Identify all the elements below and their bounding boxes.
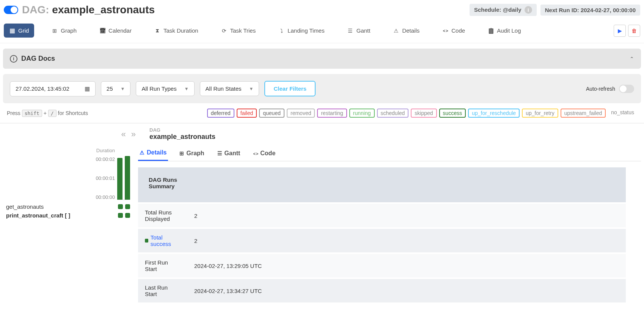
clear-filters-button[interactable]: Clear Filters bbox=[264, 81, 316, 96]
run-button[interactable]: ▶ bbox=[614, 25, 626, 37]
summary-row: First Run Start 2024-02-27, 13:29:05 UTC bbox=[138, 254, 626, 279]
dag-prefix: DAG: bbox=[22, 4, 49, 16]
detail-tab-gantt[interactable]: Gantt bbox=[216, 146, 242, 161]
summary-row: Last Run Start 2024-02-27, 13:34:27 UTC bbox=[138, 279, 626, 304]
tab-gantt[interactable]: Gantt bbox=[342, 24, 376, 38]
shortcuts-hint: Press shift + / for Shortcuts bbox=[7, 110, 88, 116]
grid-icon bbox=[9, 28, 15, 34]
run-types-select[interactable]: All Run Types ▼ bbox=[136, 81, 194, 96]
legend-deferred[interactable]: deferred bbox=[207, 109, 234, 118]
legend-up-for-retry[interactable]: up_for_retry bbox=[522, 109, 558, 118]
auto-refresh-label: Auto-refresh bbox=[586, 86, 615, 92]
summary-row: Total Runs Displayed 2 bbox=[138, 204, 626, 229]
duration-icon bbox=[154, 28, 160, 34]
next-run-badge: Next Run ID: 2024-02-27, 00:00:00 bbox=[540, 5, 640, 16]
landing-icon bbox=[278, 28, 284, 34]
dag-title: DAG: example_astronauts bbox=[22, 4, 155, 16]
tries-icon bbox=[221, 28, 227, 34]
run-bar-0[interactable] bbox=[117, 158, 123, 200]
breadcrumb-title: example_astronauts bbox=[149, 133, 641, 141]
gantt-icon bbox=[347, 28, 353, 34]
count-select[interactable]: 25 ▼ bbox=[101, 81, 131, 96]
status-legend: deferred failed queued removed restartin… bbox=[207, 109, 637, 118]
schedule-badge: Schedule: @daily i bbox=[470, 4, 537, 16]
chevron-down-icon: ▼ bbox=[120, 86, 125, 91]
dag-name: example_astronauts bbox=[52, 4, 155, 16]
gantt-icon bbox=[217, 150, 222, 157]
task-status-dot[interactable] bbox=[125, 213, 130, 218]
grid-panel: « » Duration 00:00:02 00:00:01 00:00:00 … bbox=[3, 127, 136, 304]
task-name: print_astronaut_craft [ ] bbox=[6, 212, 70, 219]
chevron-up-icon[interactable]: ⌃ bbox=[630, 56, 634, 62]
code-icon bbox=[253, 150, 258, 157]
y-axis: 00:00:02 00:00:01 00:00:00 bbox=[3, 156, 115, 200]
docs-title: DAG Docs bbox=[21, 55, 55, 63]
audit-icon bbox=[488, 28, 494, 34]
task-status-dot[interactable] bbox=[118, 204, 123, 209]
legend-failed[interactable]: failed bbox=[237, 109, 257, 118]
expand-right-icon[interactable]: » bbox=[131, 129, 136, 139]
dag-enable-toggle[interactable] bbox=[4, 6, 18, 14]
summary-table: DAG Runs Summary Total Runs Displayed 2 … bbox=[138, 167, 626, 304]
legend-queued[interactable]: queued bbox=[259, 109, 284, 118]
delete-button[interactable]: 🗑 bbox=[628, 25, 640, 37]
task-row[interactable]: print_astronaut_craft [ ] bbox=[3, 211, 136, 220]
shift-key: shift bbox=[22, 110, 42, 117]
calendar-picker-icon: ▦ bbox=[85, 85, 90, 92]
calendar-icon bbox=[99, 28, 105, 34]
total-success-link[interactable]: Total success bbox=[151, 234, 181, 247]
duration-label: Duration bbox=[3, 148, 130, 153]
detail-tab-graph[interactable]: Graph bbox=[178, 146, 206, 161]
info-circle-icon: i bbox=[10, 55, 17, 63]
run-bar-1[interactable] bbox=[125, 156, 130, 200]
tab-landing-times[interactable]: Landing Times bbox=[273, 24, 330, 38]
legend-skipped[interactable]: skipped bbox=[411, 109, 437, 118]
breadcrumb-label: DAG bbox=[149, 127, 641, 133]
auto-refresh-toggle[interactable] bbox=[619, 85, 634, 93]
legend-running[interactable]: running bbox=[349, 109, 375, 118]
tab-details[interactable]: Details bbox=[388, 24, 425, 38]
graph-icon bbox=[52, 28, 58, 34]
chevron-down-icon: ▼ bbox=[249, 86, 254, 91]
detail-tab-details[interactable]: Details bbox=[138, 146, 168, 161]
dag-docs-bar[interactable]: i DAG Docs ⌃ bbox=[3, 49, 641, 69]
task-name: get_astronauts bbox=[6, 203, 44, 210]
date-filter-input[interactable]: 27.02.2024, 13:45:02 ▦ bbox=[10, 81, 96, 96]
tab-audit-log[interactable]: Audit Log bbox=[482, 24, 526, 38]
slash-key: / bbox=[48, 110, 57, 117]
tab-calendar[interactable]: Calendar bbox=[94, 24, 137, 38]
legend-upstream-failed[interactable]: upstream_failed bbox=[561, 109, 606, 118]
summary-header: DAG Runs Summary bbox=[138, 167, 626, 204]
summary-row: Total success 2 bbox=[138, 229, 626, 254]
task-status-dot[interactable] bbox=[118, 213, 123, 218]
details-icon bbox=[393, 28, 399, 34]
tab-task-duration[interactable]: Task Duration bbox=[149, 24, 204, 38]
task-row[interactable]: get_astronauts bbox=[3, 202, 136, 211]
tab-grid[interactable]: Grid bbox=[4, 24, 34, 38]
code-icon bbox=[442, 28, 448, 34]
graph-icon bbox=[179, 150, 184, 157]
legend-up-for-reschedule[interactable]: up_for_reschedule bbox=[468, 109, 520, 118]
info-icon[interactable]: i bbox=[525, 6, 532, 14]
chevron-down-icon: ▼ bbox=[184, 86, 189, 91]
detail-tab-code[interactable]: Code bbox=[251, 146, 277, 161]
legend-restarting[interactable]: restarting bbox=[317, 109, 347, 118]
run-states-select[interactable]: All Run States ▼ bbox=[200, 81, 259, 96]
legend-no-status[interactable]: no_status bbox=[608, 109, 637, 118]
legend-scheduled[interactable]: scheduled bbox=[377, 109, 409, 118]
tab-code[interactable]: Code bbox=[437, 24, 470, 38]
task-status-dot[interactable] bbox=[125, 204, 130, 209]
collapse-left-icon[interactable]: « bbox=[121, 129, 126, 139]
legend-removed[interactable]: removed bbox=[287, 109, 315, 118]
tab-graph[interactable]: Graph bbox=[46, 24, 82, 38]
tab-task-tries[interactable]: Task Tries bbox=[216, 24, 261, 38]
success-dot-icon bbox=[145, 239, 148, 243]
details-icon bbox=[140, 149, 145, 156]
legend-success[interactable]: success bbox=[439, 109, 466, 118]
